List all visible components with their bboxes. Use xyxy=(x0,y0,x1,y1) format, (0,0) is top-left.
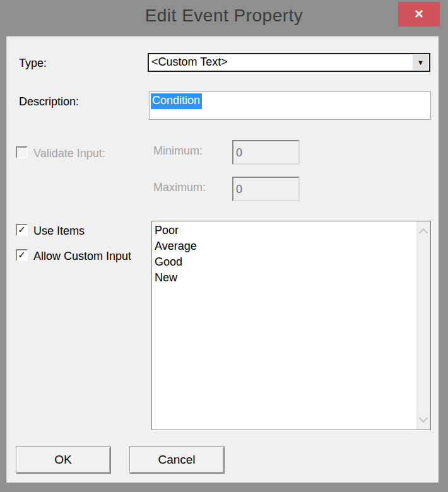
list-item[interactable]: Good xyxy=(155,254,416,270)
validate-input-label: Validate Input: xyxy=(33,147,105,160)
allow-custom-input-label: Allow Custom Input xyxy=(33,250,131,263)
minimum-field[interactable] xyxy=(232,140,300,165)
cancel-button[interactable]: Cancel xyxy=(129,446,224,473)
maximum-field[interactable] xyxy=(232,177,300,201)
type-label: Type: xyxy=(19,57,47,70)
dropdown-button[interactable]: ▼ xyxy=(413,55,428,70)
validate-input-checkbox[interactable] xyxy=(16,146,28,158)
description-selected-text: Condition xyxy=(151,93,202,109)
chevron-up-icon[interactable] xyxy=(419,228,428,237)
maximum-label: Maximum: xyxy=(153,181,206,194)
items-list: Poor Average Good New xyxy=(152,221,416,430)
use-items-label: Use Items xyxy=(33,225,85,238)
list-item[interactable]: Poor xyxy=(155,223,416,238)
close-icon: × xyxy=(415,5,423,22)
items-listbox[interactable]: Poor Average Good New xyxy=(151,221,431,430)
list-item[interactable]: New xyxy=(155,270,416,286)
allow-custom-input-checkbox[interactable]: ✓ xyxy=(16,249,28,261)
ok-button[interactable]: OK xyxy=(16,446,110,473)
list-item[interactable]: Average xyxy=(155,238,416,254)
description-label: Description: xyxy=(19,95,79,108)
description-input[interactable]: Condition xyxy=(149,91,431,120)
checkmark-icon: ✓ xyxy=(18,249,26,260)
minimum-label: Minimum: xyxy=(153,144,203,158)
window-title: Edit Event Property xyxy=(0,6,448,26)
close-button[interactable]: × xyxy=(398,2,440,26)
chevron-down-icon[interactable] xyxy=(419,414,428,423)
checkmark-icon: ✓ xyxy=(18,224,26,235)
use-items-checkbox[interactable]: ✓ xyxy=(16,224,28,236)
type-dropdown[interactable]: <Custom Text> ▼ xyxy=(148,53,430,72)
dialog-body: Type: <Custom Text> ▼ Description: Condi… xyxy=(6,36,439,483)
title-bar: Edit Event Property × xyxy=(0,0,448,36)
chevron-down-icon: ▼ xyxy=(417,59,424,66)
type-dropdown-value: <Custom Text> xyxy=(151,56,228,69)
listbox-scrollbar[interactable] xyxy=(416,221,430,430)
